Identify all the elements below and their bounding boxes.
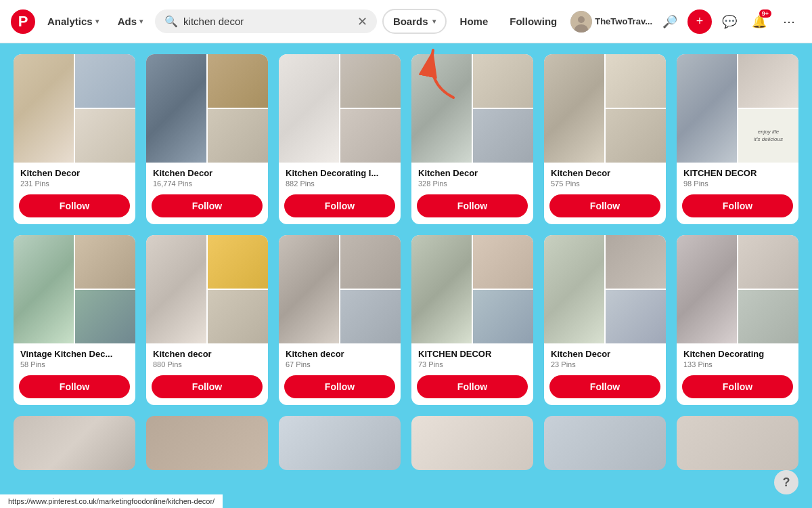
- board-title: Vintage Kitchen Dec...: [20, 349, 129, 359]
- home-nav[interactable]: Home: [452, 10, 497, 33]
- board-pins: 328 Pins: [418, 179, 526, 188]
- follow-button[interactable]: Follow: [549, 194, 660, 217]
- avatar[interactable]: [570, 11, 592, 33]
- board-small-image-2: [340, 109, 401, 163]
- board-card-partial[interactable]: [279, 416, 401, 470]
- board-main-image: [146, 235, 206, 343]
- board-title: Kitchen Decor: [153, 168, 261, 178]
- follow-button[interactable]: Follow: [152, 375, 263, 398]
- follow-button[interactable]: Follow: [152, 194, 263, 217]
- follow-button[interactable]: Follow: [549, 375, 660, 398]
- board-card[interactable]: KITCHEN DECOR 73 Pins Follow: [411, 235, 533, 405]
- board-card[interactable]: Kitchen Decor 328 Pins Follow: [411, 54, 533, 224]
- search-icon: 🔍: [164, 15, 178, 28]
- board-pins: 16,774 Pins: [153, 179, 261, 188]
- board-small-image-2: [208, 109, 268, 163]
- username[interactable]: TheTwoTrav...: [595, 16, 652, 26]
- follow-button[interactable]: Follow: [19, 375, 130, 398]
- board-card-partial[interactable]: [146, 416, 268, 470]
- board-main-image: [279, 235, 339, 343]
- board-main-image: [544, 235, 604, 343]
- board-small-image-1: [738, 235, 798, 289]
- board-pins: 67 Pins: [286, 360, 394, 368]
- board-card[interactable]: Kitchen Decor 16,774 Pins Follow: [146, 54, 268, 224]
- board-small-image-2: [208, 290, 268, 343]
- board-small-image-2: [738, 290, 798, 343]
- board-pins: 23 Pins: [551, 360, 659, 368]
- follow-button[interactable]: Follow: [417, 375, 528, 398]
- follow-button[interactable]: Follow: [682, 375, 793, 398]
- ads-label: Ads: [118, 16, 137, 27]
- messages-button[interactable]: 💬: [717, 9, 742, 34]
- board-main-image: [677, 235, 737, 343]
- analytics-label: Analytics: [47, 16, 93, 27]
- board-card[interactable]: Kitchen decor 67 Pins Follow: [279, 235, 401, 405]
- board-title: Kitchen Decorating: [683, 349, 792, 359]
- board-card-partial[interactable]: [14, 416, 135, 470]
- board-main-image: [677, 54, 737, 163]
- board-small-image-2: [606, 290, 666, 343]
- explore-button[interactable]: 🔎: [658, 9, 682, 34]
- follow-button[interactable]: Follow: [19, 194, 130, 217]
- board-main-image: [411, 235, 472, 343]
- board-title: Kitchen Decor: [20, 168, 129, 178]
- board-main-image: [411, 54, 472, 163]
- notification-badge: 9+: [759, 9, 771, 18]
- board-card[interactable]: enjoy lifeit's delicious KITCHEN DECOR 9…: [677, 54, 798, 224]
- board-card[interactable]: Kitchen decor 880 Pins Follow: [146, 235, 268, 405]
- board-small-image-1: [208, 54, 268, 108]
- board-title: KITCHEN DECOR: [418, 349, 526, 359]
- search-input[interactable]: [183, 16, 352, 27]
- board-card[interactable]: Kitchen Decorating I... 882 Pins Follow: [279, 54, 401, 224]
- follow-button[interactable]: Follow: [417, 194, 528, 217]
- board-pins: 58 Pins: [20, 360, 129, 368]
- clear-search-button[interactable]: ✕: [357, 16, 367, 28]
- board-small-image-1: [340, 54, 401, 108]
- board-card-partial[interactable]: [677, 416, 798, 470]
- board-small-image-2: [606, 109, 666, 163]
- board-small-image-2: [473, 109, 533, 163]
- board-title: Kitchen Decorating I...: [286, 168, 394, 178]
- follow-button[interactable]: Follow: [284, 375, 395, 398]
- board-main-image: [279, 54, 339, 163]
- board-main-image: [14, 54, 74, 163]
- board-title: Kitchen Decor: [551, 349, 659, 359]
- board-pins: 575 Pins: [551, 179, 659, 188]
- pinterest-logo[interactable]: P: [11, 9, 35, 34]
- board-card-partial[interactable]: [544, 416, 666, 470]
- board-small-image-2: enjoy lifeit's delicious: [738, 109, 798, 163]
- following-nav[interactable]: Following: [501, 10, 565, 33]
- ads-nav[interactable]: Ads ▾: [111, 10, 150, 33]
- follow-button[interactable]: Follow: [284, 194, 395, 217]
- analytics-chevron-icon: ▾: [95, 18, 99, 25]
- board-title: Kitchen decor: [153, 349, 261, 359]
- board-card[interactable]: Vintage Kitchen Dec... 58 Pins Follow: [14, 235, 135, 405]
- board-pins: 133 Pins: [683, 360, 792, 368]
- board-small-image-2: [473, 290, 533, 343]
- status-url: https://www.pinterest.co.uk/marketingfoo…: [8, 497, 215, 505]
- board-title: Kitchen Decor: [551, 168, 659, 178]
- board-small-image-1: [473, 235, 533, 289]
- follow-button[interactable]: Follow: [682, 194, 793, 217]
- analytics-nav[interactable]: Analytics ▾: [41, 10, 106, 33]
- board-card[interactable]: Kitchen Decor 231 Pins Follow: [14, 54, 135, 224]
- board-pins: 73 Pins: [418, 360, 526, 368]
- board-small-image-2: [75, 290, 135, 343]
- board-pins: 882 Pins: [286, 179, 394, 188]
- header: P Analytics ▾ Ads ▾ 🔍 ✕ Boards ▾ Home Fo…: [0, 0, 812, 43]
- board-title: Kitchen decor: [286, 349, 394, 359]
- more-button[interactable]: ⋯: [777, 9, 801, 34]
- board-card[interactable]: Kitchen Decorating 133 Pins Follow: [677, 235, 798, 405]
- board-card-partial[interactable]: [411, 416, 533, 470]
- board-small-image-1: [606, 235, 666, 289]
- user-area: TheTwoTrav...: [570, 11, 652, 33]
- boards-filter-button[interactable]: Boards ▾: [382, 9, 447, 34]
- help-button[interactable]: ?: [774, 470, 798, 494]
- notifications-button[interactable]: 🔔 9+: [747, 9, 771, 34]
- board-main-image: [14, 235, 74, 343]
- board-card[interactable]: Kitchen Decor 23 Pins Follow: [544, 235, 666, 405]
- create-button[interactable]: +: [687, 9, 712, 34]
- board-pins: 98 Pins: [683, 179, 792, 188]
- board-card[interactable]: Kitchen Decor 575 Pins Follow: [544, 54, 666, 224]
- board-small-image-1: [75, 54, 135, 108]
